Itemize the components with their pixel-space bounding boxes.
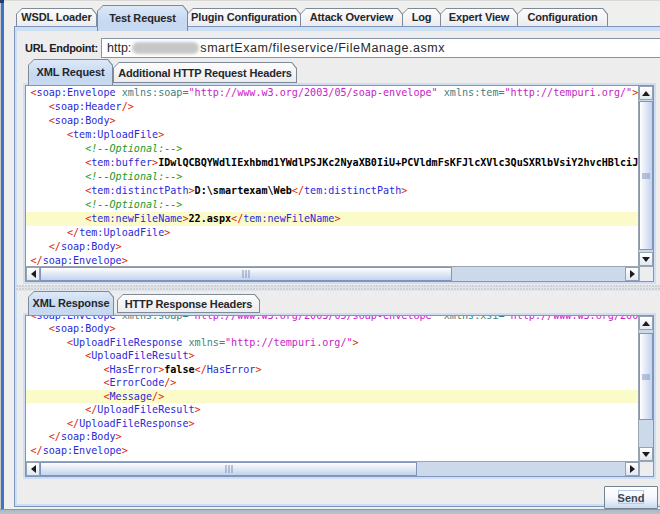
scroll-right-button[interactable]: [625, 267, 639, 281]
response-hscroll-thumb[interactable]: [40, 462, 417, 476]
send-button[interactable]: Send: [604, 486, 658, 509]
code-token: >: [401, 185, 407, 196]
thumb-grip-icon: [242, 270, 251, 278]
xml-request-editor[interactable]: <soap:Envelope xmlns:soap="http://www.w3…: [26, 86, 638, 266]
code-token: </: [67, 418, 79, 429]
code-token: [31, 185, 86, 196]
scroll-left-button[interactable]: [26, 462, 40, 476]
window-left-frame-cap: [0, 0, 4, 3]
response-tab-xml-response[interactable]: XML Response: [28, 291, 114, 315]
split-pane-divider[interactable]: [16, 285, 660, 291]
scroll-left-button[interactable]: [26, 267, 40, 281]
code-token: [31, 129, 67, 140]
response-tab-http-response-headers[interactable]: HTTP Response Headers: [117, 294, 260, 313]
code-line[interactable]: <tem:UploadFile>: [26, 128, 638, 142]
code-token: UploadFileResult: [91, 350, 188, 361]
code-line[interactable]: <soap:Body>: [26, 322, 638, 336]
code-token: >: [353, 337, 359, 348]
code-line[interactable]: </soap:Envelope>: [26, 444, 638, 458]
main-tab-configuration[interactable]: Configuration: [517, 8, 608, 26]
code-line[interactable]: <soap:Envelope xmlns:soap="http://www.w3…: [26, 86, 638, 100]
code-token: >: [158, 129, 164, 140]
code-line[interactable]: <ErrorCode/>: [26, 376, 638, 390]
url-endpoint-input[interactable]: http: smartExam/fileservice/FileManage.a…: [101, 38, 660, 58]
code-token: [31, 143, 86, 154]
url-redaction-blur: [132, 42, 199, 54]
code-token: >: [122, 255, 128, 266]
code-token: >: [116, 431, 122, 442]
request-tab-additional-http-request-headers[interactable]: Additional HTTP Request Headers: [113, 62, 297, 83]
code-token: >: [164, 227, 170, 238]
tab-label: Log: [412, 11, 432, 23]
code-line[interactable]: <UploadFileResult>: [26, 349, 638, 363]
code-token: soap:Body: [61, 241, 116, 252]
response-vscroll-thumb[interactable]: [639, 333, 653, 420]
code-token: [31, 404, 86, 415]
code-line[interactable]: <tem:distinctPath>D:\smartexam\Web</tem:…: [26, 184, 638, 198]
request-horizontal-scrollbar[interactable]: [26, 266, 653, 281]
main-tab-plugin-configuration[interactable]: Plugin Configuration: [187, 8, 301, 26]
request-panel: <soap:Envelope xmlns:soap="http://www.w3…: [23, 83, 656, 284]
code-line[interactable]: </soap:Body>: [26, 240, 638, 254]
code-token: [31, 199, 86, 210]
request-hscroll-thumb[interactable]: [40, 267, 452, 281]
code-line[interactable]: <UploadFileResponse xmlns="http://tempur…: [26, 336, 638, 350]
scroll-down-button[interactable]: [639, 252, 653, 266]
code-token: false: [164, 364, 194, 375]
code-token: >: [189, 350, 195, 361]
xml-response-editor[interactable]: <soap:Envelope xmlns:soap="http://www.w3…: [26, 316, 638, 461]
code-line[interactable]: </UploadFileResponse>: [26, 417, 638, 431]
code-token: ErrorCode: [110, 377, 165, 388]
code-line[interactable]: <soap:Header/>: [26, 100, 638, 114]
request-vertical-scrollbar[interactable]: [639, 86, 653, 266]
code-token: </: [231, 213, 243, 224]
code-token: </: [49, 431, 61, 442]
code-token: [31, 241, 49, 252]
code-line[interactable]: <soap:Body>: [26, 114, 638, 128]
code-token: </: [49, 241, 61, 252]
code-token: [31, 350, 86, 361]
window-top-edge: [4, 0, 660, 1]
code-line-highlighted[interactable]: <Message/>: [26, 390, 638, 404]
code-line[interactable]: <!--Optional:-->: [26, 198, 638, 212]
code-line[interactable]: <tem:buffer>IDwlQCBQYWdlIExhbmd1YWdlPSJK…: [26, 156, 638, 170]
code-line[interactable]: <HasError>false</HasError>: [26, 363, 638, 377]
code-line[interactable]: <soap:Envelope xmlns:soap="http://www.w3…: [26, 316, 638, 322]
main-tab-attack-overview[interactable]: Attack Overview: [300, 8, 403, 26]
code-token: >: [110, 323, 116, 334]
scroll-down-button[interactable]: [639, 447, 653, 461]
code-line-highlighted[interactable]: <tem:newFileName>22.aspx</tem:newFileNam…: [26, 212, 638, 226]
code-token: [31, 115, 49, 126]
code-token: </: [31, 445, 43, 456]
response-horizontal-scrollbar[interactable]: [26, 461, 653, 476]
response-vertical-scrollbar[interactable]: [639, 316, 653, 461]
request-tab-xml-request[interactable]: XML Request: [28, 59, 113, 85]
response-panel-box: <soap:Envelope xmlns:soap="http://www.w3…: [25, 315, 654, 477]
code-token: soap:Body: [61, 431, 116, 442]
request-vscroll-thumb[interactable]: [639, 101, 653, 250]
code-line[interactable]: <!--Optional:-->: [26, 142, 638, 156]
code-token: </: [67, 227, 79, 238]
scroll-up-button[interactable]: [639, 316, 653, 330]
code-token: [31, 101, 49, 112]
code-token: <!--Optional:-->: [85, 199, 182, 210]
code-line[interactable]: <!--Optional:-->: [26, 170, 638, 184]
code-token: xmlns:xsi=: [444, 316, 505, 321]
thumb-grip-icon: [642, 172, 650, 179]
code-line[interactable]: </soap:Body>: [26, 430, 638, 444]
main-tab-test-request[interactable]: Test Request: [97, 5, 188, 31]
main-tab-expert-view[interactable]: Expert View: [440, 8, 518, 26]
tab-label: Expert View: [449, 11, 510, 23]
code-token: xmlns:soap=: [122, 316, 189, 321]
scroll-right-button[interactable]: [625, 462, 639, 476]
code-line[interactable]: </tem:UploadFile>: [26, 226, 638, 240]
code-line[interactable]: </UploadFileResult>: [26, 403, 638, 417]
code-token: UploadFileResult: [97, 404, 194, 415]
scroll-up-button[interactable]: [639, 86, 653, 100]
code-token: soap:Envelope: [37, 316, 116, 321]
code-token: >: [195, 404, 201, 415]
main-tab-log[interactable]: Log: [402, 8, 441, 26]
code-line[interactable]: </soap:Envelope>: [26, 254, 638, 267]
main-tab-wsdl-loader[interactable]: WSDL Loader: [16, 8, 97, 26]
tab-label: Test Request: [109, 12, 175, 24]
